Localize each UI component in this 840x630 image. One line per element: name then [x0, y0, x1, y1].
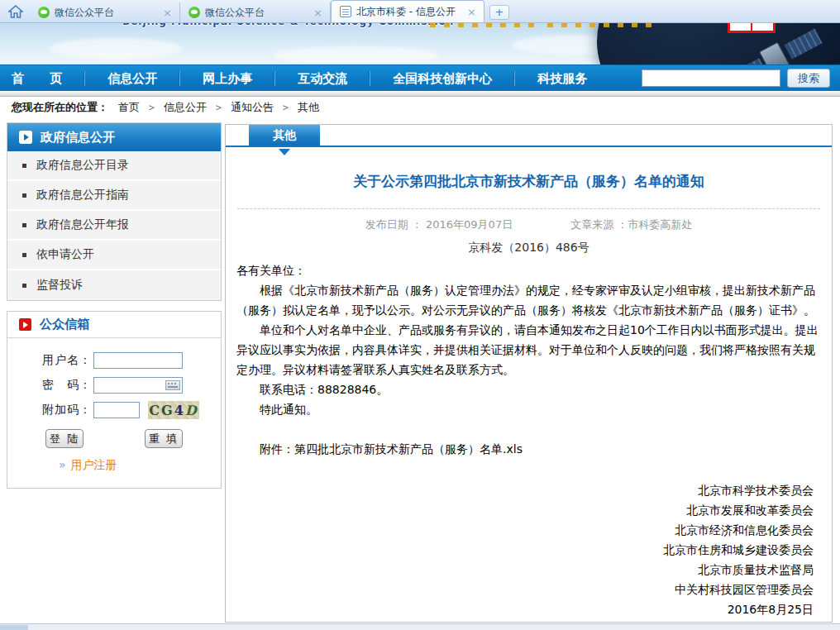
breadcrumb-home[interactable]: 首页: [118, 100, 140, 115]
sidebar-item-label: 政府信息公开年报: [36, 217, 129, 232]
bullet-icon: [22, 284, 26, 288]
site-banner: Beijing Municipal Science & Technology C…: [0, 23, 840, 64]
banner-widget[interactable]: [728, 23, 776, 33]
mailbox-form: 用户名： 密 码： 附加码： CG4D: [7, 338, 221, 488]
tab-other[interactable]: 其他: [249, 125, 320, 146]
nav-item-tech-services[interactable]: 科技服务: [514, 71, 609, 86]
breadcrumb-separator: ＞: [146, 100, 157, 115]
sidebar: 政府信息公开 政府信息公开目录 政府信息公开指南 政府信息公开年报 依申请公开: [7, 122, 222, 499]
captcha-char: G: [161, 403, 174, 418]
article-title: 关于公示第四批北京市新技术新产品（服务）名单的通知: [226, 172, 832, 192]
bullet-icon: [22, 253, 26, 257]
page-body: 政府信息公开 政府信息公开目录 政府信息公开指南 政府信息公开年报 依申请公开: [0, 118, 840, 623]
gov-info-header: 政府信息公开: [7, 123, 221, 151]
register-label: 用户注册: [71, 458, 117, 471]
article-meta: 发布日期 ： 2016年09月07日 文章来源 ：市科委高新处: [226, 217, 832, 232]
notice-line: 特此通知。: [236, 399, 821, 419]
contact-phone: 联系电话：88828846。: [236, 379, 821, 399]
password-label: 密 码：: [42, 378, 93, 393]
mailbox-header: 公众信箱: [7, 312, 221, 338]
attachment-link[interactable]: 附件：第四批北京市新技术新产品（服务）名单.xls: [236, 439, 821, 459]
browser-tab-bar: 微信公众平台 × 微信公众平台 × 北京市科委 - 信息公开 × +: [0, 0, 840, 23]
captcha-char: 4: [174, 403, 185, 418]
browser-tab-wechat-1[interactable]: 微信公众平台 ×: [30, 2, 180, 22]
divider-strip: [0, 91, 840, 97]
close-icon[interactable]: ×: [465, 6, 479, 18]
tab-title: 微信公众平台: [205, 6, 311, 20]
home-button[interactable]: [3, 2, 28, 21]
nav-item-info-disclosure[interactable]: 信息公开: [84, 71, 179, 86]
captcha-row: 附加码： CG4D: [42, 399, 221, 421]
breadcrumb-separator: ＞: [280, 100, 291, 115]
keyboard-icon[interactable]: [165, 380, 180, 390]
register-link[interactable]: »用户注册: [59, 458, 221, 473]
wechat-icon: [189, 7, 200, 18]
tab-title: 微信公众平台: [55, 6, 160, 20]
signature: 北京市发展和改革委员会: [226, 500, 814, 520]
breadcrumb-info[interactable]: 信息公开: [164, 100, 207, 115]
nav-item-online-services[interactable]: 网上办事: [179, 71, 274, 86]
nav-item-home[interactable]: 首 页: [0, 71, 84, 86]
sidebar-item-label: 政府信息公开目录: [36, 158, 129, 173]
signature-date: 2016年8月25日: [226, 599, 814, 619]
article-body: 各有关单位： 根据《北京市新技术新产品（服务）认定管理办法》的规定，经专家评审及…: [226, 260, 832, 459]
mailbox-title: 公众信箱: [40, 317, 89, 332]
publish-date-label: 发布日期 ：: [365, 218, 422, 231]
login-button[interactable]: 登 陆: [45, 429, 84, 448]
arrow-icon: [19, 131, 32, 144]
content-tab-bar: 其他: [226, 125, 832, 147]
bullet-icon: [22, 223, 26, 227]
signature: 北京市经济和信息化委员会: [226, 520, 814, 540]
home-icon: [8, 5, 23, 18]
mailbox-buttons: 登 陆 重 填: [45, 429, 183, 448]
captcha-char: D: [185, 403, 198, 418]
sidebar-item-application[interactable]: 依申请公开: [7, 241, 221, 270]
signature: 北京市住房和城乡建设委员会: [226, 540, 814, 560]
password-row: 密 码：: [42, 375, 221, 396]
site-logo-text: Beijing Municipal Science & Technology C…: [122, 23, 454, 27]
captcha-image[interactable]: CG4D: [148, 401, 199, 419]
sidebar-item-guide[interactable]: 政府信息公开指南: [7, 181, 221, 211]
captcha-field[interactable]: [93, 402, 140, 418]
sidebar-item-catalog[interactable]: 政府信息公开目录: [7, 151, 221, 181]
sidebar-item-annual-report[interactable]: 政府信息公开年报: [7, 211, 221, 241]
page-icon: [340, 6, 351, 17]
dashed-divider: [237, 208, 820, 209]
search-input[interactable]: [642, 69, 780, 87]
breadcrumb-other[interactable]: 其他: [298, 100, 319, 115]
browser-tab-active[interactable]: 北京市科委 - 信息公开 ×: [331, 0, 484, 22]
breadcrumb-notices[interactable]: 通知公告: [231, 100, 274, 115]
publish-date: 发布日期 ： 2016年09月07日: [365, 217, 513, 232]
breadcrumb-prefix: 您现在所在的位置：: [12, 100, 108, 115]
close-icon[interactable]: ×: [311, 7, 325, 19]
mailbox-box: 公众信箱 用户名： 密 码： 附加码：: [7, 311, 222, 489]
sidebar-item-complaints[interactable]: 监督投诉: [7, 270, 221, 300]
username-field[interactable]: [93, 352, 183, 369]
captcha-label: 附加码：: [42, 403, 93, 418]
scrollbar-thumb[interactable]: [0, 625, 28, 630]
gov-info-title: 政府信息公开: [41, 130, 115, 146]
tab-arrow-icon: [279, 149, 290, 161]
gold-text-decor: [547, 23, 653, 27]
main-nav: 首 页 信息公开 网上办事 互动交流 全国科技创新中心 科技服务 搜索: [0, 64, 840, 91]
cloud-decor: [273, 46, 438, 64]
gov-info-box: 政府信息公开 政府信息公开目录 政府信息公开指南 政府信息公开年报 依申请公开: [7, 122, 222, 301]
close-icon[interactable]: ×: [160, 7, 174, 19]
nav-item-innovation-center[interactable]: 全国科技创新中心: [370, 71, 514, 86]
bullet-icon: [22, 193, 26, 198]
tab-title: 北京市科委 - 信息公开: [356, 5, 465, 19]
chevron-icon: »: [59, 458, 66, 471]
signature-block: 北京市科学技术委员会 北京市发展和改革委员会 北京市经济和信息化委员会 北京市住…: [226, 480, 832, 619]
nav-search: 搜索: [642, 69, 840, 88]
nav-item-interaction[interactable]: 互动交流: [274, 71, 370, 86]
new-tab-button[interactable]: +: [489, 5, 509, 20]
search-button[interactable]: 搜索: [787, 69, 830, 88]
breadcrumb-separator: ＞: [213, 100, 224, 115]
username-label: 用户名：: [42, 353, 93, 368]
cloud-decor: [50, 38, 182, 60]
paragraph: 单位和个人对名单中企业、产品或服务有异议的，请自本通知发布之日起10个工作日内以…: [236, 320, 821, 379]
reset-button[interactable]: 重 填: [145, 429, 183, 448]
username-row: 用户名：: [42, 350, 221, 371]
browser-tab-wechat-2[interactable]: 微信公众平台 ×: [180, 2, 331, 22]
horizontal-scrollbar[interactable]: [0, 623, 840, 630]
